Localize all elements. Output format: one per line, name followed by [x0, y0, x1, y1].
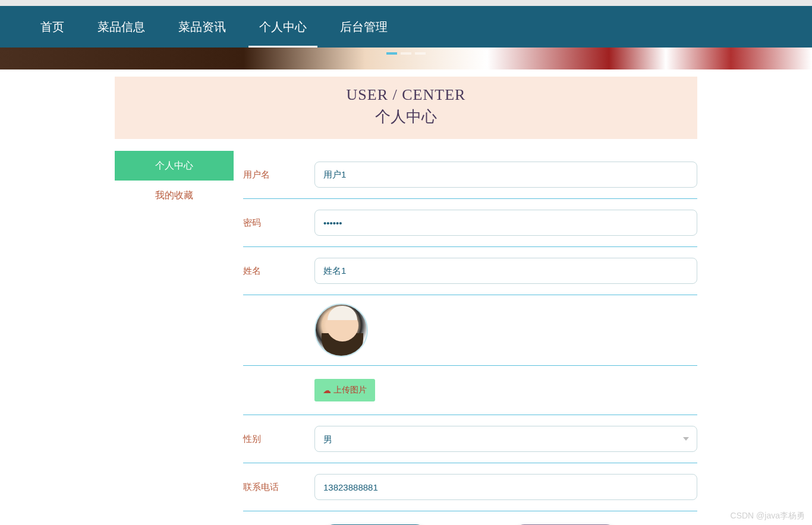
sidebar: 个人中心 我的收藏: [115, 151, 234, 525]
label-username: 用户名: [243, 169, 314, 181]
nav-home[interactable]: 首页: [24, 6, 81, 48]
content-area: 个人中心 我的收藏 用户名 密码 姓名: [115, 151, 697, 525]
watermark-text: CSDN @java李杨勇: [731, 511, 805, 521]
label-gender: 性别: [243, 434, 314, 445]
banner-image: [0, 48, 812, 69]
input-phone[interactable]: [314, 474, 697, 500]
input-username[interactable]: [314, 162, 697, 188]
main-container: USER / CENTER 个人中心 个人中心 我的收藏 用户名 密码 姓名: [115, 77, 697, 525]
sidebar-item-user-center[interactable]: 个人中心: [115, 151, 234, 181]
label-name: 姓名: [243, 265, 314, 277]
row-gender: 性别 男: [243, 415, 697, 463]
main-navbar: 首页 菜品信息 菜品资讯 个人中心 后台管理: [0, 6, 812, 48]
top-strip: [0, 0, 812, 6]
upload-button[interactable]: ☁ 上传图片: [314, 379, 375, 401]
label-phone: 联系电话: [243, 482, 314, 493]
row-name: 姓名: [243, 247, 697, 295]
cloud-upload-icon: ☁: [323, 385, 331, 395]
upload-button-label: 上传图片: [333, 385, 367, 396]
carousel-indicators: [386, 52, 426, 55]
row-username: 用户名: [243, 151, 697, 199]
row-password: 密码: [243, 199, 697, 247]
select-wrapper-gender: 男: [314, 426, 697, 452]
row-phone: 联系电话: [243, 463, 697, 511]
label-password: 密码: [243, 217, 314, 229]
nav-user-center[interactable]: 个人中心: [243, 6, 323, 48]
button-row: 更新信息 退出登录: [243, 511, 697, 525]
sidebar-item-favorites[interactable]: 我的收藏: [115, 181, 234, 210]
nav-admin[interactable]: 后台管理: [323, 6, 404, 48]
carousel-dot-1[interactable]: [386, 52, 397, 55]
page-header: USER / CENTER 个人中心: [115, 77, 697, 139]
select-gender[interactable]: 男: [314, 426, 697, 452]
header-title-cn: 个人中心: [115, 106, 697, 127]
input-name[interactable]: [314, 258, 697, 284]
header-title-en: USER / CENTER: [115, 86, 697, 104]
avatar-image[interactable]: [314, 303, 368, 357]
input-password[interactable]: [314, 210, 697, 236]
carousel-dot-3[interactable]: [415, 52, 426, 55]
form-area: 用户名 密码 姓名 ☁ 上传图片: [234, 151, 697, 525]
nav-dish-info[interactable]: 菜品信息: [81, 6, 162, 48]
row-avatar: [243, 295, 697, 366]
carousel-dot-2[interactable]: [401, 52, 411, 55]
nav-dish-news[interactable]: 菜品资讯: [162, 6, 243, 48]
row-upload: ☁ 上传图片: [243, 366, 697, 415]
